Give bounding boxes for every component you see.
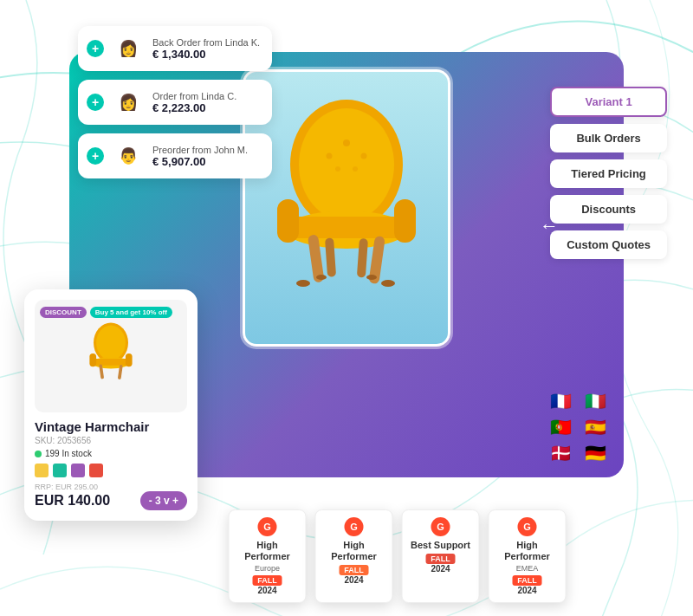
- variant-btn-quotes[interactable]: Custom Quotes: [550, 230, 667, 259]
- flag-fr: 🇫🇷: [545, 390, 576, 412]
- g2-title-3: Best Support: [411, 540, 470, 551]
- svg-rect-23: [89, 353, 96, 366]
- variant-panel: Variant 1 Bulk Orders Tiered Pricing Dis…: [550, 87, 667, 259]
- notifications-list: + 👩 Back Order from Linda K. € 1,340.00 …: [78, 26, 272, 178]
- badges-row: G High Performer Europe FALL 2024 G High…: [229, 509, 567, 603]
- g2-title-4: High Performer: [495, 540, 560, 562]
- svg-point-4: [361, 153, 367, 159]
- product-card-image: DISCOUNT Buy 5 and get 10% off: [35, 300, 187, 412]
- svg-point-3: [327, 153, 333, 159]
- svg-point-20: [96, 326, 126, 360]
- rrp-text: RRP: EUR 295.00: [35, 483, 187, 491]
- svg-rect-8: [288, 217, 405, 238]
- g2-season-4: FALL: [512, 575, 542, 586]
- g2-subtitle-1: Europe: [255, 564, 280, 573]
- svg-point-1: [299, 108, 394, 221]
- flag-de: 🇩🇪: [580, 442, 611, 464]
- g2-logo-2: G: [345, 517, 364, 536]
- avatar-1: 👩: [113, 33, 144, 64]
- stock-indicator: 199 In stock: [35, 449, 187, 458]
- product-card-chair: [76, 321, 146, 391]
- plus-icon-2: +: [87, 94, 104, 111]
- arrow-connector: ←: [540, 215, 559, 237]
- notification-2: + 👩 Order from Linda C. € 2,223.00: [78, 80, 272, 125]
- main-price: EUR 140.00: [35, 493, 110, 509]
- g2-logo-1: G: [258, 517, 277, 536]
- g2-year-2: 2024: [344, 575, 363, 585]
- price-row: EUR 140.00 - 3 v +: [35, 491, 187, 510]
- g2-badge-4: G High Performer EMEA FALL 2024: [489, 509, 567, 603]
- g2-logo-3: G: [431, 517, 450, 536]
- product-card: DISCOUNT Buy 5 and get 10% off Vintage H…: [24, 289, 198, 521]
- g2-year-3: 2024: [431, 564, 450, 574]
- product-image-frame: [243, 69, 450, 347]
- stock-label: 199 In stock: [45, 449, 92, 458]
- g2-subtitle-4: EMEA: [516, 564, 539, 573]
- g2-badge-2: G High Performer FALL 2024: [315, 509, 393, 603]
- notif-label-1: Back Order from Linda K.: [152, 37, 260, 48]
- variant-btn-1[interactable]: Variant 1: [550, 87, 667, 117]
- product-sku: SKU: 2053656: [35, 436, 187, 445]
- notification-1: + 👩 Back Order from Linda K. € 1,340.00: [78, 26, 272, 71]
- svg-rect-22: [93, 359, 129, 366]
- flag-es: 🇪🇸: [580, 416, 611, 438]
- g2-season-1: FALL: [252, 575, 282, 586]
- g2-title-2: High Performer: [321, 540, 387, 562]
- product-title: Vintage Harmchair: [35, 419, 187, 434]
- discount-label: DISCOUNT: [40, 307, 87, 318]
- notif-price-1: € 1,340.00: [152, 48, 260, 61]
- color-swatches: [35, 464, 187, 477]
- swatch-purple[interactable]: [71, 464, 85, 477]
- qty-selector[interactable]: - 3 v +: [140, 491, 187, 510]
- svg-rect-10: [394, 199, 416, 243]
- svg-point-17: [316, 275, 327, 280]
- avatar-3: 👨: [113, 140, 144, 172]
- offer-label: Buy 5 and get 10% off: [90, 307, 172, 318]
- notif-label-2: Order from Linda C.: [152, 91, 236, 101]
- swatch-teal[interactable]: [53, 464, 67, 477]
- g2-season-2: FALL: [339, 565, 369, 575]
- svg-rect-24: [126, 353, 133, 366]
- g2-title-1: High Performer: [235, 540, 301, 562]
- g2-season-3: FALL: [425, 554, 456, 564]
- flag-it: 🇮🇹: [580, 390, 611, 412]
- variant-btn-discounts[interactable]: Discounts: [550, 195, 667, 224]
- flag-pt: 🇵🇹: [545, 416, 576, 438]
- flag-grid: 🇫🇷 🇮🇹 🇵🇹 🇪🇸 🇩🇰 🇩🇪: [545, 390, 611, 464]
- g2-badge-3: G Best Support FALL 2024: [402, 509, 480, 603]
- g2-badge-1: G High Performer Europe FALL 2024: [229, 509, 307, 603]
- svg-point-15: [296, 280, 310, 287]
- flag-dk: 🇩🇰: [545, 442, 576, 464]
- svg-point-5: [335, 166, 340, 172]
- avatar-2: 👩: [113, 87, 144, 118]
- plus-icon-1: +: [87, 40, 104, 57]
- g2-year-4: 2024: [517, 586, 536, 595]
- notification-3: + 👨 Preorder from John M. € 5,907.00: [78, 133, 272, 178]
- stock-dot: [35, 451, 42, 457]
- notif-price-2: € 2,223.00: [152, 101, 236, 114]
- variant-btn-tiered[interactable]: Tiered Pricing: [550, 159, 667, 188]
- g2-year-1: 2024: [257, 586, 276, 595]
- svg-point-6: [353, 166, 358, 172]
- swatch-red[interactable]: [89, 464, 103, 477]
- discount-badge: DISCOUNT Buy 5 and get 10% off: [40, 307, 172, 318]
- chair-illustration: [260, 95, 433, 321]
- svg-rect-9: [277, 199, 299, 243]
- notif-label-3: Preorder from John M.: [152, 145, 248, 155]
- svg-point-18: [366, 275, 377, 280]
- svg-point-2: [343, 139, 350, 146]
- g2-logo-4: G: [518, 517, 537, 536]
- svg-point-16: [381, 280, 395, 287]
- variant-btn-bulk[interactable]: Bulk Orders: [550, 124, 667, 152]
- notif-price-3: € 5,907.00: [152, 155, 248, 168]
- swatch-yellow[interactable]: [35, 464, 49, 477]
- plus-icon-3: +: [87, 147, 104, 165]
